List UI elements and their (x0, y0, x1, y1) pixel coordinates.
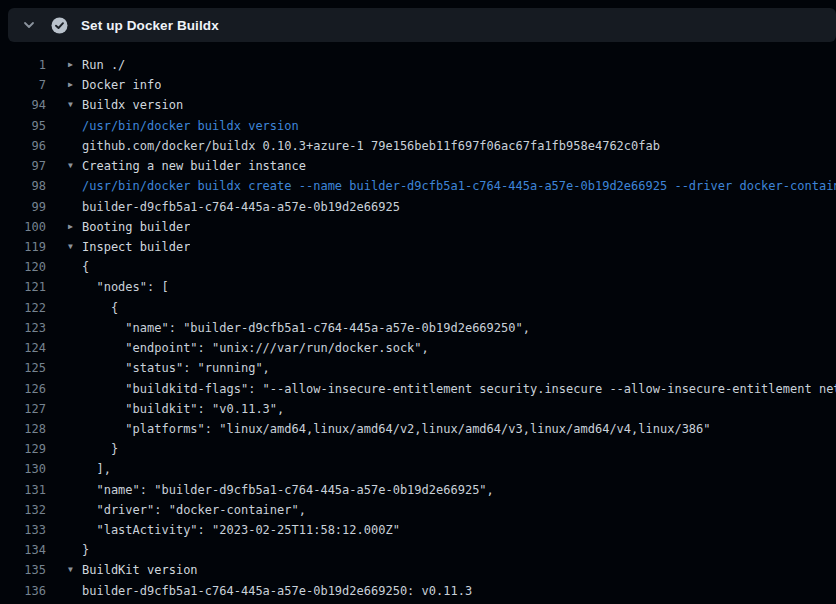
log-group-line[interactable]: 119 ▼ Inspect builder (0, 237, 836, 257)
line-number[interactable]: 126 (0, 379, 46, 399)
line-text: builder-d9cfb5a1-c764-445a-a57e-0b19d2e6… (82, 197, 400, 217)
line-number[interactable]: 100 (0, 217, 46, 237)
triangle-down-icon[interactable]: ▼ (68, 237, 82, 257)
chevron-down-icon[interactable] (21, 17, 37, 33)
log-lines: 1 ▶ Run ./ 7 ▶ Docker info 94 ▼ Buildx v… (0, 55, 836, 601)
line-text: Run ./ (82, 55, 125, 75)
line-text: "lastActivity": "2023-02-25T11:58:12.000… (82, 520, 400, 540)
triangle-icon (68, 540, 82, 560)
line-number[interactable]: 120 (0, 257, 46, 277)
line-number[interactable]: 131 (0, 480, 46, 500)
line-number[interactable]: 95 (0, 116, 46, 136)
line-text: "name": "builder-d9cfb5a1-c764-445a-a57e… (82, 480, 494, 500)
line-number[interactable]: 121 (0, 277, 46, 297)
triangle-right-icon[interactable]: ▶ (68, 217, 82, 237)
triangle-icon (68, 520, 82, 540)
triangle-icon (68, 500, 82, 520)
line-text: Docker info (82, 75, 161, 95)
line-number[interactable]: 98 (0, 176, 46, 196)
log-line: 133 "lastActivity": "2023-02-25T11:58:12… (0, 520, 836, 540)
line-text: } (82, 439, 118, 459)
log-line: 128 "platforms": "linux/amd64,linux/amd6… (0, 419, 836, 439)
line-text: "platforms": "linux/amd64,linux/amd64/v2… (82, 419, 711, 439)
line-number[interactable]: 96 (0, 136, 46, 156)
triangle-down-icon[interactable]: ▼ (68, 95, 82, 115)
log-group-line[interactable]: 94 ▼ Buildx version (0, 95, 836, 115)
log-line: 124 "endpoint": "unix:///var/run/docker.… (0, 338, 836, 358)
triangle-icon (68, 318, 82, 338)
line-number[interactable]: 127 (0, 399, 46, 419)
line-number[interactable]: 134 (0, 540, 46, 560)
line-text: /usr/bin/docker buildx create --name bui… (82, 176, 836, 196)
log-group-line[interactable]: 7 ▶ Docker info (0, 75, 836, 95)
line-number[interactable]: 7 (0, 75, 46, 95)
step-header[interactable]: Set up Docker Buildx (8, 8, 836, 42)
line-number[interactable]: 123 (0, 318, 46, 338)
line-text: { (82, 257, 89, 277)
triangle-icon (68, 419, 82, 439)
line-number[interactable]: 122 (0, 298, 46, 318)
log-line: 127 "buildkit": "v0.11.3", (0, 399, 836, 419)
line-number[interactable]: 133 (0, 520, 46, 540)
line-number[interactable]: 130 (0, 459, 46, 479)
line-number[interactable]: 136 (0, 581, 46, 601)
log-line: 136 builder-d9cfb5a1-c764-445a-a57e-0b19… (0, 581, 836, 601)
log-group-line[interactable]: 1 ▶ Run ./ (0, 55, 836, 75)
log-group-line[interactable]: 135 ▼ BuildKit version (0, 560, 836, 580)
log-line: 131 "name": "builder-d9cfb5a1-c764-445a-… (0, 480, 836, 500)
triangle-icon (68, 439, 82, 459)
log-line: 120 { (0, 257, 836, 277)
triangle-icon (68, 298, 82, 318)
line-text: /usr/bin/docker buildx version (82, 116, 299, 136)
log-line: 95 /usr/bin/docker buildx version (0, 116, 836, 136)
step-title: Set up Docker Buildx (81, 18, 219, 33)
log-line: 132 "driver": "docker-container", (0, 500, 836, 520)
log-line: 121 "nodes": [ (0, 277, 836, 297)
triangle-icon (68, 459, 82, 479)
log-line: 122 { (0, 298, 836, 318)
triangle-icon (68, 176, 82, 196)
line-number[interactable]: 135 (0, 560, 46, 580)
triangle-down-icon[interactable]: ▼ (68, 560, 82, 580)
line-text: "endpoint": "unix:///var/run/docker.sock… (82, 338, 429, 358)
line-text: ], (82, 459, 111, 479)
log-line: 125 "status": "running", (0, 358, 836, 378)
log-line: 126 "buildkitd-flags": "--allow-insecure… (0, 379, 836, 399)
line-number[interactable]: 97 (0, 156, 46, 176)
log-line: 123 "name": "builder-d9cfb5a1-c764-445a-… (0, 318, 836, 338)
log-group-line[interactable]: 97 ▼ Creating a new builder instance (0, 156, 836, 176)
log-line: 99 builder-d9cfb5a1-c764-445a-a57e-0b19d… (0, 197, 836, 217)
triangle-icon (68, 197, 82, 217)
log-line: 96 github.com/docker/buildx 0.10.3+azure… (0, 136, 836, 156)
line-text: Inspect builder (82, 237, 190, 257)
log-line: 129 } (0, 439, 836, 459)
triangle-icon (68, 277, 82, 297)
line-number[interactable]: 94 (0, 95, 46, 115)
triangle-icon (68, 358, 82, 378)
log-line: 134 } (0, 540, 836, 560)
log-area: 1 ▶ Run ./ 7 ▶ Docker info 94 ▼ Buildx v… (0, 42, 836, 604)
triangle-icon (68, 136, 82, 156)
line-number[interactable]: 129 (0, 439, 46, 459)
triangle-right-icon[interactable]: ▶ (68, 75, 82, 95)
log-line: 130 ], (0, 459, 836, 479)
line-text: github.com/docker/buildx 0.10.3+azure-1 … (82, 136, 660, 156)
line-number[interactable]: 132 (0, 500, 46, 520)
line-number[interactable]: 124 (0, 338, 46, 358)
triangle-right-icon[interactable]: ▶ (68, 55, 82, 75)
line-number[interactable]: 125 (0, 358, 46, 378)
line-number[interactable]: 1 (0, 55, 46, 75)
line-text: Buildx version (82, 95, 183, 115)
line-number[interactable]: 128 (0, 419, 46, 439)
line-number[interactable]: 119 (0, 237, 46, 257)
line-text: "name": "builder-d9cfb5a1-c764-445a-a57e… (82, 318, 530, 338)
triangle-icon (68, 581, 82, 601)
line-text: "buildkitd-flags": "--allow-insecure-ent… (82, 379, 836, 399)
line-text: BuildKit version (82, 560, 198, 580)
line-text: { (82, 298, 118, 318)
line-number[interactable]: 99 (0, 197, 46, 217)
triangle-down-icon[interactable]: ▼ (68, 156, 82, 176)
triangle-icon (68, 338, 82, 358)
log-group-line[interactable]: 100 ▶ Booting builder (0, 217, 836, 237)
triangle-icon (68, 399, 82, 419)
